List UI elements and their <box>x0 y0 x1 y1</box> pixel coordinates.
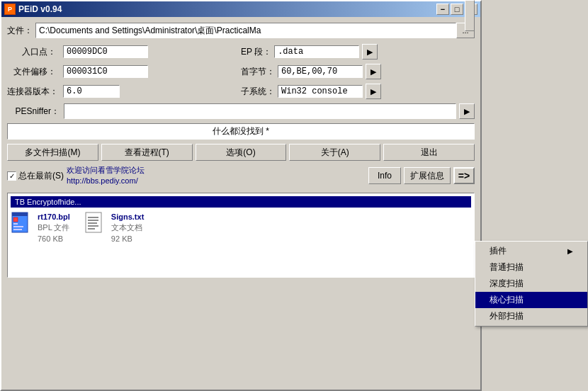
status-bar: 什么都没找到 * <box>7 123 475 140</box>
file-name: Signs.txt <box>111 212 144 222</box>
linker-input[interactable] <box>63 85 120 98</box>
file-offset-left: 文件偏移： <box>7 64 241 79</box>
menu-item-label: 外部扫描 <box>490 310 524 322</box>
linker-label: 连接器版本： <box>7 86 60 98</box>
quit-button[interactable]: 退出 <box>383 144 475 161</box>
menu-item-deep-scan[interactable]: 深度扫描 <box>475 276 587 292</box>
maximize-button[interactable]: □ <box>451 4 463 15</box>
view-process-button[interactable]: 查看进程(T) <box>101 144 193 161</box>
ep-segment-right: EP 段： ▶ <box>241 44 475 60</box>
bottom-row: ✓ 总在最前(S) 欢迎访问看雪学院论坛 http://bbs.pediy.co… <box>7 165 475 187</box>
file-icon-txt <box>84 212 107 234</box>
file-label: 文件： <box>7 25 35 37</box>
subsystem-input[interactable] <box>278 85 363 98</box>
file-name: rt170.bpl <box>38 212 70 222</box>
context-menu: 插件 ▶ 普通扫描 深度扫描 核心扫描 外部扫描 <box>475 241 588 327</box>
menu-item-label: 插件 <box>490 245 507 257</box>
file-offset-label: 文件偏移： <box>7 66 60 78</box>
ep-label: EP 段： <box>241 46 271 58</box>
menu-item-plugins[interactable]: 插件 ▶ <box>475 243 587 259</box>
first-byte-arrow-button[interactable]: ▶ <box>366 64 381 79</box>
pesniffer-arrow-button[interactable]: ▶ <box>459 103 475 119</box>
menu-item-core-scan[interactable]: 核心扫描 <box>475 292 587 308</box>
always-on-top-checkbox[interactable]: ✓ <box>7 171 16 181</box>
menu-item-label: 普通扫描 <box>490 261 524 273</box>
svg-rect-3 <box>13 223 18 225</box>
buttons-row: 多文件扫描(M) 查看进程(T) 选项(O) 关于(A) 退出 <box>7 144 475 161</box>
entry-point-input[interactable] <box>63 45 148 58</box>
svg-rect-1 <box>12 212 28 216</box>
first-byte-label: 首字节： <box>241 66 275 78</box>
svg-rect-4 <box>13 226 23 227</box>
subsystem-right: 子系统： ▶ <box>241 84 475 99</box>
form-content: 文件： ... 入口点： EP 段： ▶ 文件偏移： 首字节： <box>1 17 480 283</box>
entry-point-label: 入口点： <box>7 46 60 58</box>
entry-point-left: 入口点： <box>7 44 241 60</box>
file-type: 文本文档 <box>111 222 144 233</box>
file-size: 92 KB <box>111 234 144 244</box>
welcome-line2: http://bbs.pediy.com/ <box>67 176 366 186</box>
welcome-line1: 欢迎访问看雪学院论坛 <box>67 165 366 176</box>
pesniffer-input[interactable] <box>64 103 456 119</box>
subsystem-label: 子系统： <box>241 86 275 98</box>
list-item[interactable]: Signs.txt 文本文档 92 KB <box>84 212 144 244</box>
first-byte-right: 首字节： ▶ <box>241 64 475 79</box>
svg-rect-6 <box>86 212 101 232</box>
always-on-top-text: 总在最前(S) <box>18 170 64 182</box>
minimize-button[interactable]: − <box>436 4 449 15</box>
file-type: BPL 文件 <box>38 222 70 233</box>
about-button[interactable]: 关于(A) <box>289 144 380 161</box>
svg-rect-5 <box>13 229 22 230</box>
options-button[interactable]: 选项(O) <box>196 144 287 161</box>
expand-button[interactable]: 扩展信息 <box>404 167 451 184</box>
file-bar-text: TB Encryptofhide... <box>11 196 471 208</box>
svg-rect-2 <box>13 217 18 222</box>
ep-input[interactable] <box>274 45 359 58</box>
file-offset-input[interactable] <box>63 65 148 78</box>
top-right-corner <box>465 0 475 31</box>
welcome-text: 欢迎访问看雪学院论坛 http://bbs.pediy.com/ <box>67 165 366 187</box>
file-size: 760 KB <box>38 234 70 244</box>
title-bar: P PEiD v0.94 − □ ✕ <box>1 1 480 17</box>
pesniffer-label: PESniffer： <box>7 106 64 118</box>
ep-arrow-button[interactable]: ▶ <box>362 44 378 60</box>
linker-row: 连接器版本： 子系统： ▶ <box>7 84 475 99</box>
file-icon-bpl <box>11 212 33 234</box>
file-area: TB Encryptofhide... rt170.bpl BPL 文件 <box>7 193 475 278</box>
menu-item-external-scan[interactable]: 外部扫描 <box>475 308 587 324</box>
file-info: Signs.txt 文本文档 92 KB <box>111 212 144 244</box>
menu-item-normal-scan[interactable]: 普通扫描 <box>475 259 587 276</box>
menu-item-label: 深度扫描 <box>490 278 524 290</box>
linker-left: 连接器版本： <box>7 84 241 99</box>
first-byte-input[interactable] <box>278 65 363 78</box>
multi-scan-button[interactable]: 多文件扫描(M) <box>7 144 98 161</box>
arrow-right-button[interactable]: => <box>453 167 475 184</box>
menu-item-label: 核心扫描 <box>490 294 524 306</box>
main-window: P PEiD v0.94 − □ ✕ 文件： ... 入口点： EP 段： ▶ <box>0 0 482 391</box>
pesniffer-row: PESniffer： ▶ <box>7 103 475 119</box>
app-icon: P <box>4 4 16 15</box>
file-input[interactable] <box>35 23 456 38</box>
list-item[interactable]: rt170.bpl BPL 文件 760 KB <box>11 212 70 244</box>
submenu-arrow-icon: ▶ <box>567 247 573 255</box>
file-items: rt170.bpl BPL 文件 760 KB <box>11 212 471 244</box>
subsystem-arrow-button[interactable]: ▶ <box>366 84 381 99</box>
file-offset-row: 文件偏移： 首字节： ▶ <box>7 64 475 79</box>
always-on-top-label[interactable]: ✓ 总在最前(S) <box>7 170 64 182</box>
file-row: 文件： ... <box>7 23 475 38</box>
entry-point-row: 入口点： EP 段： ▶ <box>7 44 475 60</box>
window-title: PEiD v0.94 <box>18 4 436 14</box>
info-button[interactable]: Info <box>368 167 401 184</box>
file-info: rt170.bpl BPL 文件 760 KB <box>38 212 70 244</box>
